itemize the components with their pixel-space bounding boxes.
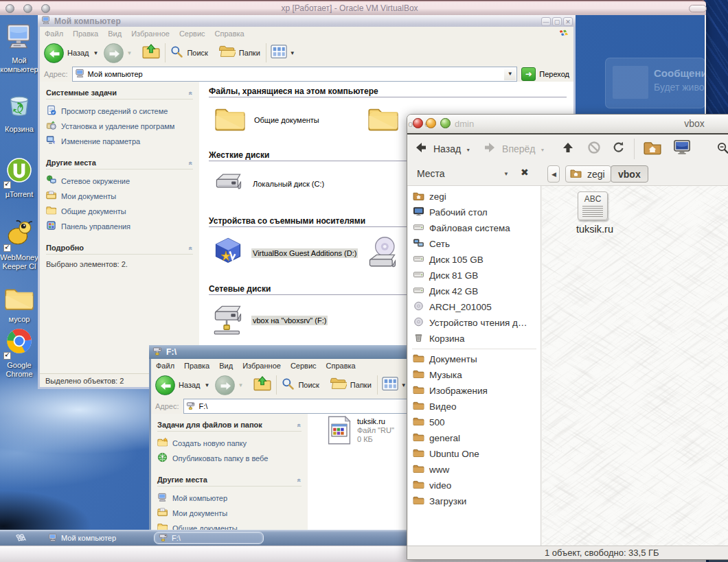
- folders-button[interactable]: Папки: [350, 381, 372, 389]
- menu-view[interactable]: Вид: [214, 362, 238, 370]
- close-button[interactable]: ✕: [563, 17, 573, 26]
- forward-label[interactable]: Вперёд: [502, 143, 535, 154]
- task-link[interactable]: Изменение параметра: [40, 134, 199, 149]
- sidebar-item-6[interactable]: Диск 42 GB: [408, 283, 541, 299]
- back-button[interactable]: [414, 141, 428, 157]
- collapse-chevron-icon[interactable]: «: [295, 423, 303, 427]
- task-link[interactable]: Установка и удаление программ: [40, 119, 199, 134]
- titlebar[interactable]: Мой компьютер — ▢ ✕: [38, 15, 576, 27]
- taskpane-section-title[interactable]: Задачи для файлов и папок: [157, 421, 262, 429]
- tuksik-file-item[interactable]: [324, 415, 354, 448]
- sidebar-item-3[interactable]: Сеть: [408, 236, 541, 252]
- go-label[interactable]: Переход: [539, 70, 569, 78]
- search-icon[interactable]: [170, 45, 183, 61]
- forward-button[interactable]: ▼: [215, 375, 246, 395]
- sidebar-item-16[interactable]: Ubuntu One: [408, 446, 541, 462]
- views-button[interactable]: [271, 45, 287, 61]
- place-link[interactable]: Мои документы: [151, 506, 308, 521]
- place-link[interactable]: Общие документы: [40, 204, 199, 219]
- menu-favorites[interactable]: Избранное: [126, 30, 174, 38]
- menu-view[interactable]: Вид: [103, 30, 126, 38]
- desktop-icon-1[interactable]: Мой компьютер: [0, 21, 38, 74]
- virtualbox-titlebar[interactable]: xp [Работает] - Oracle VM VirtualBox: [0, 0, 706, 15]
- folders-button[interactable]: Папки: [239, 49, 260, 57]
- sidebar-item-12[interactable]: Изображения: [408, 383, 541, 399]
- back-button[interactable]: Назад▼: [44, 43, 101, 63]
- up-button[interactable]: [561, 141, 575, 157]
- sidebar-item-9[interactable]: Корзина: [408, 331, 541, 347]
- place-link[interactable]: Сетевое окружение: [40, 174, 199, 189]
- reload-button[interactable]: [612, 141, 626, 157]
- desktop-icon-6[interactable]: Google Chrome: [0, 325, 38, 379]
- menu-edit[interactable]: Правка: [68, 30, 103, 38]
- sidebar-item-11[interactable]: Музыка: [408, 367, 541, 383]
- back-dropdown-icon[interactable]: ▼: [205, 382, 210, 388]
- search-icon[interactable]: [281, 377, 295, 393]
- sidebar-item-13[interactable]: Видео: [408, 399, 541, 414]
- folders-icon[interactable]: [330, 377, 347, 393]
- minimize-button[interactable]: [426, 118, 436, 128]
- forward-button[interactable]: ▼: [104, 43, 135, 63]
- views-dropdown-icon[interactable]: ▼: [290, 50, 295, 56]
- breadcrumb-scroll-left-button[interactable]: ◀: [547, 165, 560, 183]
- sidebar-item-0[interactable]: zegi: [408, 189, 541, 204]
- forward-dropdown-icon[interactable]: ▼: [541, 148, 545, 152]
- sidebar-item-8[interactable]: Устройство чтения д…: [408, 315, 541, 331]
- file-tuksik-ru[interactable]: ABC tuksik.ru: [576, 191, 609, 235]
- taskpane-section-title[interactable]: Другие места: [46, 159, 96, 167]
- collapse-chevron-icon[interactable]: «: [187, 161, 194, 165]
- maximize-button[interactable]: ▢: [552, 17, 562, 26]
- breadcrumb-zegi-button[interactable]: zegi: [565, 165, 611, 183]
- desktop-icon-2[interactable]: Корзина: [0, 89, 38, 134]
- maximize-button[interactable]: [440, 118, 451, 128]
- places-panel-title[interactable]: Места: [417, 168, 445, 179]
- menu-tools[interactable]: Сервис: [174, 30, 210, 38]
- sidebar-item-7[interactable]: ARCH_201005: [408, 299, 541, 315]
- desktop-icon-5[interactable]: мусор: [0, 287, 38, 324]
- sidebar-item-5[interactable]: Диск 81 GB: [408, 268, 541, 283]
- collapse-chevron-icon[interactable]: «: [187, 246, 194, 250]
- menu-edit[interactable]: Правка: [179, 362, 214, 370]
- stop-button[interactable]: [587, 141, 601, 157]
- taskbar-button-my-computer[interactable]: Мой компьютер: [44, 532, 147, 544]
- forward-button[interactable]: [483, 141, 497, 157]
- address-dropdown-icon[interactable]: ▼: [504, 68, 516, 80]
- address-input[interactable]: Мой компьютер ▼: [72, 67, 518, 82]
- taskpane-section-title[interactable]: Другие места: [157, 476, 207, 484]
- disk-c-item[interactable]: Локальный диск (C:): [213, 171, 326, 196]
- forward-dropdown-icon[interactable]: ▼: [238, 382, 243, 388]
- breadcrumb-vbox-button[interactable]: vbox: [611, 165, 648, 183]
- back-dropdown-icon[interactable]: ▼: [93, 50, 99, 56]
- sidebar-item-10[interactable]: Документы: [408, 351, 541, 367]
- go-button[interactable]: ➜: [521, 67, 536, 81]
- computer-button[interactable]: [673, 139, 691, 158]
- vbox-additions-item[interactable]: VirtualBox Guest Additions (D:): [212, 235, 358, 271]
- sidebar-item-18[interactable]: video: [408, 478, 541, 493]
- sidebar-item-4[interactable]: Диск 105 GB: [408, 252, 541, 268]
- search-button[interactable]: Поиск: [298, 381, 319, 389]
- taskpane-section-title[interactable]: Подробно: [46, 244, 84, 252]
- shared-docs-item[interactable]: Общие документы: [214, 106, 321, 134]
- views-button[interactable]: [382, 377, 398, 393]
- collapse-chevron-icon[interactable]: «: [187, 91, 194, 95]
- up-button[interactable]: [141, 43, 161, 62]
- sidebar-item-1[interactable]: Рабочий стол: [408, 204, 541, 220]
- titlebar-pill-widget[interactable]: [689, 5, 707, 12]
- menu-file[interactable]: Файл: [151, 362, 179, 370]
- sidebar-item-17[interactable]: www: [408, 462, 541, 478]
- sidebar-item-19[interactable]: Загрузки: [408, 493, 541, 509]
- network-drive-item[interactable]: vbox на "vboxsrv" (F:): [212, 303, 328, 338]
- collapse-chevron-icon[interactable]: «: [295, 478, 303, 482]
- close-button[interactable]: [413, 118, 423, 128]
- zoom-out-button[interactable]: [716, 141, 728, 157]
- sidebar-item-15[interactable]: general: [408, 430, 541, 446]
- menu-file[interactable]: Файл: [40, 30, 68, 38]
- back-dropdown-icon[interactable]: ▼: [466, 148, 470, 152]
- menu-favorites[interactable]: Избранное: [238, 362, 286, 370]
- minimize-button[interactable]: —: [541, 17, 551, 26]
- home-button[interactable]: [643, 139, 662, 159]
- nautilus-titlebar[interactable]: ок е dmin vbox: [407, 115, 728, 134]
- task-link[interactable]: Просмотр сведений о системе: [40, 104, 199, 119]
- places-close-icon[interactable]: ✖: [521, 167, 529, 178]
- sidebar-item-2[interactable]: Файловая система: [408, 220, 541, 236]
